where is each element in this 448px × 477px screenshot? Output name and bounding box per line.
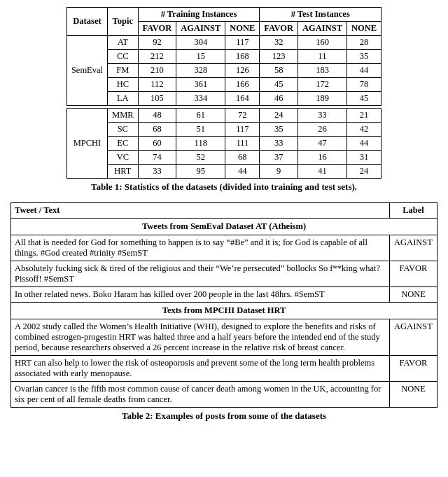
mpchi-cell: 33	[298, 109, 347, 123]
table-row: Absolutely fucking sick & tired of the r…	[11, 261, 438, 287]
mpchi-cell: 37	[260, 151, 298, 165]
dataset-header: Dataset	[66, 8, 107, 36]
mpchi-cell: 31	[346, 151, 381, 165]
mpchi-cell: 72	[225, 109, 260, 123]
table-row: Ovarian cancer is the fifth most common …	[11, 382, 438, 408]
mpchi-cell: 41	[298, 165, 347, 179]
post-text: A 2002 study called the Women’s Health I…	[11, 319, 390, 356]
test-none-header: NONE	[346, 22, 381, 36]
mpchi-cell: VC	[108, 151, 139, 165]
train-favor-header: FAVOR	[138, 22, 176, 36]
semeval-cell: 328	[176, 64, 225, 78]
mpchi-cell: 47	[298, 137, 347, 151]
semeval-cell: 45	[346, 92, 381, 106]
post-text: All that is needed for God for something…	[11, 235, 390, 261]
semeval-cell: 35	[346, 50, 381, 64]
table1-caption: Table 1: Statistics of the datasets (div…	[10, 181, 438, 193]
post-text: HRT can also help to lower the risk of o…	[11, 356, 390, 382]
semeval-cell: LA	[108, 92, 139, 106]
mpchi-cell: 74	[138, 151, 176, 165]
post-text: Ovarian cancer is the fifth most common …	[11, 382, 390, 408]
semeval-cell: 189	[298, 92, 347, 106]
semeval-cell: 117	[225, 36, 260, 50]
label-col-header: Label	[390, 203, 438, 219]
table2-caption: Table 2: Examples of posts from some of …	[10, 410, 438, 422]
training-header: # Training Instances	[138, 8, 260, 22]
test-favor-header: FAVOR	[260, 22, 298, 36]
mpchi-cell: 68	[225, 151, 260, 165]
text-col-header: Tweet / Text	[11, 203, 390, 219]
semeval-cell: 11	[298, 50, 347, 64]
mpchi-cell: 61	[176, 109, 225, 123]
mpchi-cell: 9	[260, 165, 298, 179]
semeval-cell: FM	[108, 64, 139, 78]
table-row: A 2002 study called the Women’s Health I…	[11, 319, 438, 356]
mpchi-cell: 35	[260, 123, 298, 137]
post-text: Absolutely fucking sick & tired of the r…	[11, 261, 390, 287]
semeval-cell: 212	[138, 50, 176, 64]
mpchi-cell: 68	[138, 123, 176, 137]
post-label: AGAINST	[390, 235, 438, 261]
mpchi-cell: 111	[225, 137, 260, 151]
semeval-cell: 304	[176, 36, 225, 50]
semeval-cell: 92	[138, 36, 176, 50]
mpchi-cell: 95	[176, 165, 225, 179]
mpchi-cell: 118	[176, 137, 225, 151]
post-label: AGAINST	[390, 319, 438, 356]
semeval-cell: 112	[138, 78, 176, 92]
mpchi-cell: 33	[138, 165, 176, 179]
statistics-table: Dataset Topic # Training Instances # Tes…	[66, 7, 382, 179]
test-header: # Test Instances	[260, 8, 382, 22]
semeval-cell: 361	[176, 78, 225, 92]
mpchi-cell: 52	[176, 151, 225, 165]
mpchi-cell: 60	[138, 137, 176, 151]
semeval-cell: CC	[108, 50, 139, 64]
mpchi-cell: 48	[138, 109, 176, 123]
mpchi-cell: 42	[346, 123, 381, 137]
mpchi-cell: 16	[298, 151, 347, 165]
mpchi-cell: 24	[346, 165, 381, 179]
mpchi-cell: 24	[260, 109, 298, 123]
semeval-section-header: Tweets from SemEval Dataset AT (Atheism)	[11, 219, 438, 235]
semeval-cell: 78	[346, 78, 381, 92]
semeval-cell: 28	[346, 36, 381, 50]
test-against-header: AGAINST	[298, 22, 347, 36]
semeval-cell: 123	[260, 50, 298, 64]
semeval-cell: 210	[138, 64, 176, 78]
semeval-cell: 168	[225, 50, 260, 64]
table-row: All that is needed for God for something…	[11, 235, 438, 261]
mpchi-cell: SC	[108, 123, 139, 137]
table1-container: Dataset Topic # Training Instances # Tes…	[10, 7, 438, 193]
mpchi-cell: EC	[108, 137, 139, 151]
semeval-cell: 160	[298, 36, 347, 50]
post-label: FAVOR	[390, 261, 438, 287]
mpchi-cell: 44	[225, 165, 260, 179]
post-text: In other related news. Boko Haram has ki…	[11, 287, 390, 303]
semeval-cell: 46	[260, 92, 298, 106]
mpchi-cell: 21	[346, 109, 381, 123]
table-row: In other related news. Boko Haram has ki…	[11, 287, 438, 303]
mpchi-cell: 33	[260, 137, 298, 151]
examples-table: Tweet / Text Label Tweets from SemEval D…	[10, 202, 438, 408]
semeval-cell: 183	[298, 64, 347, 78]
semeval-cell: 32	[260, 36, 298, 50]
mpchi-section-header: Texts from MPCHI Dataset HRT	[11, 303, 438, 319]
semeval-cell: 166	[225, 78, 260, 92]
semeval-cell: 334	[176, 92, 225, 106]
train-none-header: NONE	[225, 22, 260, 36]
semeval-cell: AT	[108, 36, 139, 50]
semeval-cell: HC	[108, 78, 139, 92]
post-label: NONE	[390, 382, 438, 408]
post-label: NONE	[390, 287, 438, 303]
post-label: FAVOR	[390, 356, 438, 382]
semeval-cell: 45	[260, 78, 298, 92]
semeval-cell: 105	[138, 92, 176, 106]
topic-header: Topic	[108, 8, 139, 36]
semeval-cell: 15	[176, 50, 225, 64]
mpchi-cell: MMR	[108, 109, 139, 123]
semeval-label: SemEval	[66, 36, 107, 106]
table2-container: Tweet / Text Label Tweets from SemEval D…	[10, 202, 438, 422]
mpchi-cell: 26	[298, 123, 347, 137]
mpchi-cell: 51	[176, 123, 225, 137]
semeval-cell: 44	[346, 64, 381, 78]
